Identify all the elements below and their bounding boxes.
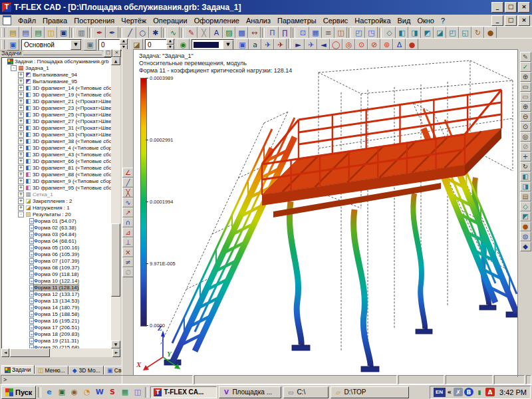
tree-item[interactable]: +◧3D фрагмент_95 (<Типовые сборк [2, 184, 112, 191]
restore-button[interactable]: □ [505, 2, 517, 13]
tray-collapse-icon[interactable]: « [448, 388, 452, 396]
pan-icon[interactable]: + [520, 152, 531, 162]
menu-item-9[interactable]: Сервис [320, 16, 352, 25]
word-icon[interactable]: W [94, 387, 105, 398]
menu-item-3[interactable]: Построения [70, 16, 118, 25]
power-icon[interactable]: ▮ [475, 388, 484, 396]
tree-item[interactable]: ≡Форма 02 (63.38) [2, 224, 112, 231]
child-restore-button[interactable]: □ [505, 15, 517, 26]
tasks-panel-header[interactable]: Задачи □ × [1, 49, 121, 57]
tree-item[interactable]: ≡Форма 08 (109.37) [2, 264, 112, 271]
menu-item-1[interactable]: Файл [15, 16, 39, 25]
tree-item[interactable]: ≡Форма 12 (133.17) [2, 291, 112, 297]
expand-icon[interactable]: + [18, 178, 24, 184]
material-view-icon[interactable]: ◆ [520, 241, 531, 251]
start-button[interactable]: Пуск [1, 386, 36, 399]
window-cascade-icon[interactable]: ◰ [352, 27, 365, 39]
spline-icon[interactable]: ∿ [167, 27, 180, 39]
network-status-icon[interactable]: ✗ [454, 388, 463, 396]
toolbar-grip[interactable] [1, 28, 5, 37]
ati-icon[interactable]: A [485, 388, 495, 396]
scroll-up-icon[interactable]: ▲ [111, 57, 120, 65]
workplane-icon[interactable]: ∏ [279, 27, 291, 39]
menu-item-4[interactable]: Чертёж [118, 16, 150, 25]
measure-disabled-icon[interactable]: ∅ [122, 267, 134, 277]
save-icon[interactable]: ▣ [57, 27, 70, 39]
layer-combo[interactable]: Основной ▼ [21, 39, 82, 51]
view-back-icon[interactable]: ◨ [408, 27, 421, 39]
tree-item[interactable]: +◧3D фрагмент_21 (<Прокат>Швелл [2, 98, 112, 104]
3d-viewport[interactable]: Z X Y Задача: "Задача_1" Относительные п… [133, 49, 518, 375]
expand-icon[interactable]: + [18, 152, 24, 158]
scroll-down-icon[interactable]: ▼ [111, 340, 120, 348]
new-document-icon[interactable]: ▤ [7, 27, 19, 39]
toolbar-grip[interactable] [1, 40, 5, 49]
line-icon[interactable]: ╱ [124, 27, 136, 39]
tree-item[interactable]: +◧3D фрагмент_27 (<Прокат>Швелл [2, 118, 112, 124]
taskbar-window-tflex[interactable]: TT-FLEX CA... [150, 386, 217, 398]
tasks-tree[interactable]: Задачи : Площадка обслуживания.grb-▦Зада… [1, 57, 112, 350]
picture-icon[interactable]: ▩ [235, 27, 248, 39]
copy-properties-icon[interactable]: ⊡ [297, 27, 309, 39]
view-top-icon[interactable]: ◰ [446, 27, 459, 39]
tree-item[interactable]: ≡Форма 16 (195.21) [2, 317, 112, 324]
menu-item-13[interactable]: ? [438, 16, 448, 25]
tree-item[interactable]: +◧3D фрагмент_88 (<Типовые сборк [2, 171, 112, 178]
tree-item[interactable]: ≡Форма 06 (105.39) [2, 251, 112, 257]
tree-item[interactable]: ≡Форма 01 (54.07) [2, 217, 112, 224]
collapse-icon[interactable]: - [18, 211, 24, 217]
scrollbar-thumb[interactable] [10, 348, 50, 357]
tree-item[interactable]: ≡Форма 04 (68.61) [2, 237, 112, 244]
tree-item[interactable]: Задачи : Площадка обслуживания.grb [2, 58, 112, 65]
assembly-icon[interactable]: ◫ [334, 27, 347, 39]
apply-icon[interactable]: ✓ [520, 62, 531, 72]
model-view-icon[interactable]: ◇ [520, 201, 531, 211]
construction-line-icon[interactable]: ╳ [198, 27, 210, 39]
child-close-button[interactable]: × [518, 15, 530, 26]
priority-spinner[interactable]: 0 ▲▼ [145, 39, 175, 51]
document-icon[interactable] [3, 15, 11, 25]
view-isometric-icon[interactable]: ◇ [383, 27, 396, 39]
new-3d-model-icon[interactable]: ▤ [32, 27, 45, 39]
expand-icon[interactable]: + [18, 198, 24, 204]
tree-item[interactable]: ≡Форма 07 (107.39) [2, 257, 112, 264]
taskbar-divider[interactable] [38, 387, 41, 398]
view-bottom-icon[interactable]: ◱ [459, 27, 471, 39]
expand-icon[interactable]: + [18, 138, 24, 144]
tree-item[interactable]: ≡Форма 05 (100.16) [2, 244, 112, 251]
zoom-out-icon[interactable]: ⊖ [520, 112, 531, 122]
measure-length-icon[interactable]: ╱ [122, 178, 134, 188]
tree-item[interactable]: ≡Форма 10 (122.14) [2, 277, 112, 284]
tree-item[interactable]: +◧3D фрагмент_9 (<Типовые сборк [2, 178, 112, 184]
internet-explorer-icon[interactable]: e [43, 387, 55, 398]
rotate-view-icon[interactable]: ↻ [520, 162, 531, 172]
measure-region-icon[interactable]: ∩ [122, 217, 134, 227]
scroll-right-icon[interactable]: ► [112, 348, 120, 357]
collapse-icon[interactable]: - [11, 65, 17, 71]
tree-item[interactable]: +◧3D фрагмент_38 (<Типовые сборк [2, 138, 112, 144]
table-icon[interactable]: ▦ [309, 27, 322, 39]
color-combo[interactable]: ▼ [192, 39, 234, 51]
tree-item[interactable]: +◧3D фрагмент_14 (<Типовые сборк [2, 84, 112, 91]
child-minimize-button[interactable]: _ [491, 15, 503, 26]
window-select-icon[interactable]: ▭ [520, 82, 531, 92]
tree-item[interactable]: ≡Форма 17 (206.51) [2, 324, 112, 331]
menu-item-12[interactable]: Окно [414, 16, 438, 25]
taskbar-window-drive[interactable]: ▭C:\ [283, 386, 329, 398]
bluetooth-icon[interactable]: B [464, 388, 473, 396]
zoom-selected-icon[interactable]: ⊘ [520, 142, 531, 152]
sketch-icon[interactable]: ✎ [185, 27, 198, 39]
circle-icon[interactable]: ○ [136, 27, 149, 39]
view-rotate-icon[interactable]: ↻ [471, 27, 484, 39]
zoom-in-icon[interactable]: ⊕ [520, 102, 531, 112]
hatch-icon[interactable]: ▨ [223, 27, 235, 39]
open-icon[interactable]: ◫ [45, 27, 57, 39]
tree-item[interactable]: +◧3D фрагмент_81 (<Типовые сборк [2, 164, 112, 171]
command-prompt[interactable]: > [1, 375, 193, 384]
new-from-prototype-icon[interactable]: ▤ [19, 27, 32, 39]
dimension-icon[interactable]: ↔ [248, 27, 261, 39]
view-left-icon[interactable]: ◩ [421, 27, 434, 39]
measure-compare-icon[interactable]: ≠ [122, 257, 134, 267]
expand-icon[interactable]: + [18, 72, 24, 78]
expand-icon[interactable]: + [18, 192, 24, 198]
